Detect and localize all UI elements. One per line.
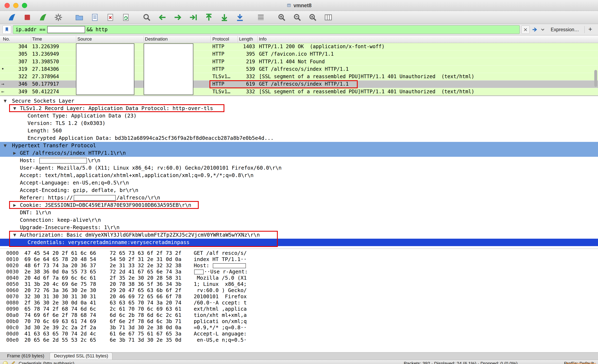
- annotation-box-selected-packet: [209, 80, 358, 88]
- detail-row[interactable]: Version: TLS 1.2 (0x0303): [0, 120, 598, 127]
- packet-details[interactable]: ▼Secure Sockets Layer▼TLSv1.2 Record Lay…: [0, 96, 598, 249]
- hex-bytes: 6f 6e 2f 78 6d 6c 3b 71: [110, 318, 181, 324]
- detail-row[interactable]: User-Agent: Mozilla/5.0 (X11; Linux x86_…: [0, 164, 598, 172]
- column-divider[interactable]: [144, 36, 144, 42]
- hex-row[interactable]: 005031 3b 20 4c 69 6e 75 7820 78 38 36 5…: [0, 281, 598, 287]
- close-capture-button[interactable]: [106, 13, 115, 22]
- detail-row[interactable]: Accept-Language: en-US,en;q=0.5\r\n: [0, 179, 598, 186]
- zoom-reset-button[interactable]: [308, 13, 317, 22]
- detail-row[interactable]: Length: 560: [0, 127, 598, 134]
- open-capture-button[interactable]: [75, 13, 84, 22]
- detail-row[interactable]: Upgrade-Insecure-Requests: 1\r\n: [0, 224, 598, 231]
- filter-text: ip.addr ==: [16, 27, 46, 32]
- detail-row[interactable]: Accept: text/html,application/xhtml+xml,…: [0, 172, 598, 179]
- edit-comment-icon[interactable]: [11, 361, 16, 364]
- column-time[interactable]: Time: [32, 35, 42, 43]
- column-info[interactable]: Info: [259, 35, 267, 43]
- detail-row[interactable]: Connection: keep-alive\r\n: [0, 216, 598, 224]
- hex-row[interactable]: 00d041 63 63 65 70 74 2d 4c61 6e 67 75 6…: [0, 331, 598, 337]
- detail-row[interactable]: Encrypted Application Data: bd3b12a68994…: [0, 134, 598, 142]
- filter-input[interactable]: ip.addr == && http: [13, 25, 520, 34]
- colorize-button[interactable]: [256, 13, 266, 22]
- stop-capture-button[interactable]: [23, 13, 32, 22]
- detail-row[interactable]: DNT: 1\r\n: [0, 209, 598, 216]
- hex-row[interactable]: 00302e 38 36 0d 0a 55 73 6572 2d 41 67 6…: [0, 269, 598, 275]
- close-window-button[interactable]: [5, 3, 10, 8]
- column-protocol[interactable]: Protocol: [212, 35, 229, 43]
- hex-row[interactable]: 000047 45 54 20 2f 61 6c 6672 65 73 63 6…: [0, 250, 598, 256]
- go-last-button[interactable]: [220, 13, 229, 22]
- hex-row[interactable]: 009065 78 74 2f 68 74 6d 6c2c 61 70 70 6…: [0, 306, 598, 312]
- minimize-window-button[interactable]: [13, 3, 18, 8]
- resize-columns-button[interactable]: [324, 13, 333, 22]
- column-divider[interactable]: [31, 36, 31, 42]
- zoom-in-button[interactable]: [277, 13, 286, 22]
- find-packet-button[interactable]: [142, 13, 151, 22]
- column-source[interactable]: Source: [77, 35, 92, 43]
- column-divider[interactable]: [257, 36, 258, 42]
- detail-row[interactable]: ▶GET /alfresco/s/index HTTP/1.1\r\n: [0, 149, 598, 157]
- go-to-packet-icon: [189, 13, 198, 22]
- detail-row[interactable]: Host: \r\n: [0, 157, 598, 164]
- packet-cell-marker: ←: [1, 88, 8, 95]
- go-forward-button[interactable]: [173, 13, 183, 22]
- column-no[interactable]: No.: [3, 35, 10, 43]
- hex-row[interactable]: 004020 4d 6f 7a 69 6c 6c 612f 35 2e 30 2…: [0, 275, 598, 281]
- filter-history-dropdown[interactable]: [540, 27, 545, 32]
- go-first-button[interactable]: [204, 13, 214, 22]
- hex-row[interactable]: 001069 6e 64 65 78 20 48 5454 50 2f 31 2…: [0, 256, 598, 262]
- tab-frame[interactable]: Frame (619 bytes): [3, 353, 49, 360]
- hex-row[interactable]: 00802f 36 30 2e 30 0d 0a 4163 63 65 70 7…: [0, 300, 598, 306]
- restart-capture-button[interactable]: [38, 13, 48, 22]
- expression-button[interactable]: Expression…: [547, 27, 583, 32]
- column-length[interactable]: Length: [239, 35, 253, 43]
- hex-row[interactable]: 00a074 69 6f 6e 2f 78 68 746d 6c 2b 78 6…: [0, 312, 598, 318]
- packet-cell-no: 349: [8, 88, 27, 95]
- hex-row[interactable]: 007032 30 31 30 30 31 30 3120 46 69 72 6…: [0, 293, 598, 300]
- column-divider[interactable]: [76, 36, 76, 42]
- titlebar[interactable]: vmnet8: [0, 0, 598, 11]
- collapse-icon[interactable]: ▼: [4, 97, 7, 105]
- traffic-lights: [5, 3, 27, 8]
- packet-cell-proto: HTTP: [212, 50, 224, 58]
- hex-row[interactable]: 00c03d 30 2e 39 2c 2a 2f 2a3b 71 3d 30 2…: [0, 324, 598, 331]
- capture-options-button[interactable]: [54, 13, 63, 22]
- go-first-icon: [204, 13, 213, 22]
- hex-row[interactable]: 00e020 65 6e 2d 55 53 2c 656e 3b 71 3d 3…: [0, 337, 598, 343]
- go-back-button[interactable]: [158, 13, 167, 22]
- hex-bytes: 20 46 69 72 65 66 6f 78: [110, 293, 181, 300]
- expert-info-icon[interactable]: [3, 361, 8, 364]
- hex-pane[interactable]: 000047 45 54 20 2f 61 6c 6672 65 73 63 6…: [0, 249, 598, 352]
- reload-capture-button[interactable]: [121, 13, 131, 22]
- detail-row[interactable]: Content Type: Application Data (23): [0, 112, 598, 120]
- tab-decrypted-ssl[interactable]: Decrypted SSL (511 bytes): [50, 352, 113, 360]
- hex-row[interactable]: 00b070 70 6c 69 63 61 74 696f 6e 2f 78 6…: [0, 318, 598, 324]
- hex-row[interactable]: 006020 72 76 3a 36 30 2e 3029 20 47 65 6…: [0, 287, 598, 293]
- detail-row[interactable]: Referer: https:///alfresco/\r\n: [0, 194, 598, 202]
- expand-icon[interactable]: ▶: [13, 149, 16, 157]
- packet-cell-info: HTTP/1.1 200 OK (application/x-font-woff…: [259, 43, 385, 50]
- column-destination[interactable]: Destination: [145, 35, 168, 43]
- detail-text: User-Agent: Mozilla/5.0 (X11; Linux x86_…: [0, 164, 282, 172]
- packet-list-scrollbar[interactable]: [594, 70, 597, 87]
- zoom-out-button[interactable]: [292, 13, 302, 22]
- zoom-window-button[interactable]: [22, 3, 27, 8]
- detail-row[interactable]: ▼Hypertext Transfer Protocol: [0, 142, 598, 149]
- packet-list[interactable]: 30413.226399HTTP1403HTTP/1.1 200 OK (app…: [0, 43, 598, 96]
- auto-scroll-button[interactable]: [235, 13, 245, 22]
- collapse-icon[interactable]: ▼: [4, 142, 7, 149]
- save-capture-button[interactable]: [90, 13, 100, 22]
- profile-label[interactable]: Profile: Default: [564, 361, 594, 364]
- column-divider[interactable]: [238, 36, 238, 42]
- go-to-packet-button[interactable]: [189, 13, 198, 22]
- column-divider[interactable]: [210, 36, 211, 42]
- detail-row[interactable]: ▼Secure Sockets Layer: [0, 97, 598, 105]
- detail-row[interactable]: Accept-Encoding: gzip, deflate, br\r\n: [0, 186, 598, 194]
- filter-clear-button[interactable]: ×: [521, 25, 530, 34]
- zoom-reset-icon: [308, 13, 317, 22]
- filter-bookmark-button[interactable]: [2, 25, 11, 34]
- filter-apply-button[interactable]: [531, 26, 538, 33]
- hex-row[interactable]: 002048 6f 73 74 3a 20 36 372e 31 33 32 2…: [0, 262, 598, 269]
- add-filter-button[interactable]: +: [586, 25, 596, 34]
- start-capture-button[interactable]: [7, 13, 17, 22]
